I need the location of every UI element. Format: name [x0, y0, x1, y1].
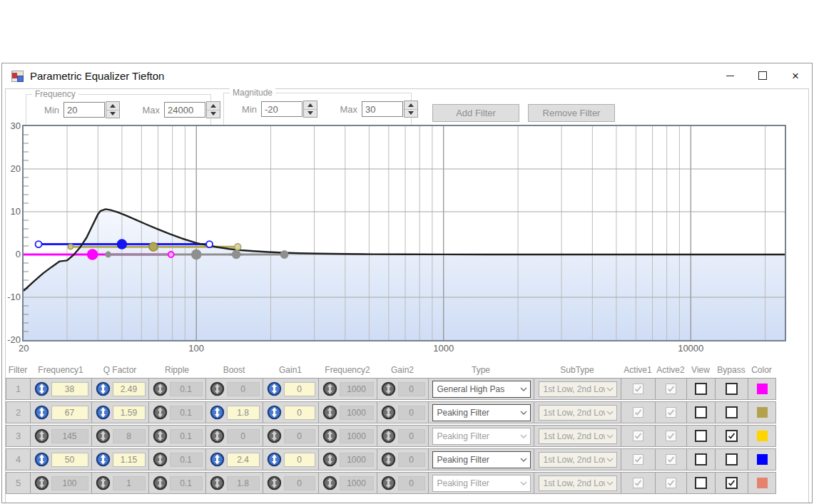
- eq-chart-canvas[interactable]: [24, 126, 785, 340]
- spin-knob-icon[interactable]: [322, 475, 337, 490]
- spin-knob-icon[interactable]: [153, 428, 168, 443]
- filter-1-high-pass-right-handle[interactable]: [168, 252, 174, 257]
- qfactor-value[interactable]: 1.59: [113, 406, 146, 420]
- spin-knob-icon[interactable]: [96, 381, 111, 396]
- spinner-up-icon[interactable]: [207, 102, 220, 110]
- gain1-value[interactable]: 0: [284, 476, 315, 490]
- spin-knob-icon[interactable]: [153, 381, 168, 396]
- subtype-select[interactable]: 1st Low, 2nd Low: [539, 405, 617, 421]
- filter-color-swatch[interactable]: [757, 478, 768, 488]
- spin-knob-icon[interactable]: [267, 452, 282, 467]
- close-button[interactable]: ×: [779, 63, 812, 88]
- gain1-value[interactable]: 0: [284, 406, 315, 420]
- spin-knob-icon[interactable]: [381, 452, 396, 467]
- gain2-value[interactable]: 0: [398, 406, 425, 420]
- freq2-value[interactable]: 1000: [340, 453, 374, 467]
- filter-color-swatch[interactable]: [757, 454, 768, 465]
- spinner-up-icon[interactable]: [304, 101, 317, 110]
- spin-knob-icon[interactable]: [322, 452, 337, 467]
- gain2-value[interactable]: 0: [398, 476, 425, 490]
- spin-knob-icon[interactable]: [34, 428, 49, 443]
- spinner-down-icon[interactable]: [304, 110, 317, 118]
- filter-color-swatch[interactable]: [757, 384, 768, 394]
- ripple-value[interactable]: 0.1: [170, 382, 203, 396]
- minimize-button[interactable]: [713, 63, 746, 88]
- spin-knob-icon[interactable]: [96, 428, 111, 443]
- qfactor-value[interactable]: 8: [113, 429, 146, 443]
- magnitude-max-spinner[interactable]: [404, 101, 418, 118]
- filter-3-peaking-bypassed-center-handle[interactable]: [233, 251, 240, 259]
- magnitude-max-input[interactable]: [362, 101, 403, 117]
- ripple-value[interactable]: 0.1: [170, 406, 203, 420]
- spin-knob-icon[interactable]: [267, 428, 282, 443]
- subtype-select[interactable]: 1st Low, 2nd Low: [539, 381, 617, 397]
- filter-4-peaking-center-handle[interactable]: [117, 240, 126, 249]
- spin-knob-icon[interactable]: [267, 405, 282, 420]
- type-select[interactable]: Peaking Filter: [432, 475, 531, 492]
- filter-2-peaking-right-handle[interactable]: [235, 244, 241, 250]
- spin-knob-icon[interactable]: [96, 405, 111, 420]
- filter-1-high-pass-center-handle[interactable]: [88, 250, 98, 259]
- bypass-checkbox[interactable]: [726, 383, 738, 395]
- spin-knob-icon[interactable]: [34, 405, 49, 420]
- view-checkbox[interactable]: [695, 406, 707, 418]
- view-checkbox[interactable]: [695, 453, 707, 466]
- subtype-select[interactable]: 1st Low, 2nd Low: [539, 475, 617, 491]
- filter-5-peaking-bypassed-right-handle[interactable]: [281, 251, 288, 258]
- spin-knob-icon[interactable]: [34, 452, 49, 467]
- type-select[interactable]: General High Pas: [432, 381, 531, 398]
- bypass-checkbox[interactable]: [726, 477, 738, 489]
- maximize-button[interactable]: [746, 63, 779, 88]
- type-select[interactable]: Peaking Filter: [432, 428, 531, 445]
- add-filter-button[interactable]: Add Filter: [432, 104, 519, 122]
- spin-knob-icon[interactable]: [34, 381, 49, 396]
- filter-5-peaking-bypassed-center-handle[interactable]: [192, 250, 201, 259]
- spin-knob-icon[interactable]: [96, 452, 111, 467]
- row-header-cell[interactable]: 3: [6, 425, 31, 447]
- subtype-select[interactable]: 1st Low, 2nd Low: [539, 452, 617, 468]
- spin-knob-icon[interactable]: [322, 381, 337, 396]
- spinner-up-icon[interactable]: [405, 101, 417, 110]
- freq1-value[interactable]: 38: [51, 382, 88, 396]
- boost-value[interactable]: 2.4: [227, 453, 260, 467]
- row-header-cell[interactable]: 1: [6, 378, 31, 400]
- spin-knob-icon[interactable]: [381, 381, 396, 396]
- bypass-checkbox[interactable]: [726, 453, 738, 466]
- frequency-min-spinner[interactable]: [106, 101, 120, 118]
- ripple-value[interactable]: 0.1: [170, 429, 203, 443]
- filter-2-peaking-left-handle[interactable]: [68, 245, 73, 250]
- gain2-value[interactable]: 0: [398, 429, 425, 443]
- spin-knob-icon[interactable]: [153, 452, 168, 467]
- freq1-value[interactable]: 145: [51, 429, 88, 443]
- qfactor-value[interactable]: 1.15: [113, 453, 146, 467]
- gain2-value[interactable]: 0: [398, 453, 425, 467]
- spinner-up-icon[interactable]: [106, 102, 119, 110]
- spin-knob-icon[interactable]: [210, 405, 225, 420]
- row-header-cell[interactable]: 2: [6, 401, 31, 423]
- spin-knob-icon[interactable]: [96, 475, 111, 490]
- filter-4-peaking-right-handle[interactable]: [206, 241, 213, 247]
- gain1-value[interactable]: 0: [284, 453, 315, 467]
- view-checkbox[interactable]: [695, 430, 707, 442]
- freq2-value[interactable]: 1000: [340, 406, 374, 420]
- boost-value[interactable]: 1.8: [227, 476, 260, 490]
- qfactor-value[interactable]: 1: [113, 476, 146, 490]
- type-select[interactable]: Peaking Filter: [432, 451, 531, 468]
- filter-5-peaking-bypassed-left-handle[interactable]: [106, 252, 111, 257]
- gain2-value[interactable]: 0: [398, 382, 425, 396]
- remove-filter-button[interactable]: Remove Filter: [528, 104, 615, 122]
- magnitude-min-spinner[interactable]: [303, 101, 317, 118]
- spin-knob-icon[interactable]: [381, 405, 396, 420]
- freq2-value[interactable]: 1000: [340, 382, 374, 396]
- frequency-max-spinner[interactable]: [206, 101, 220, 118]
- freq1-value[interactable]: 50: [51, 453, 88, 467]
- spin-knob-icon[interactable]: [210, 381, 225, 396]
- subtype-select[interactable]: 1st Low, 2nd Low: [539, 428, 617, 444]
- filter-2-peaking-center-handle[interactable]: [149, 242, 158, 251]
- type-select[interactable]: Peaking Filter: [432, 404, 531, 421]
- spinner-down-icon[interactable]: [106, 110, 119, 118]
- frequency-min-input[interactable]: [63, 102, 105, 118]
- gain1-value[interactable]: 0: [284, 382, 315, 396]
- freq1-value[interactable]: 67: [51, 406, 88, 420]
- spin-knob-icon[interactable]: [153, 475, 168, 490]
